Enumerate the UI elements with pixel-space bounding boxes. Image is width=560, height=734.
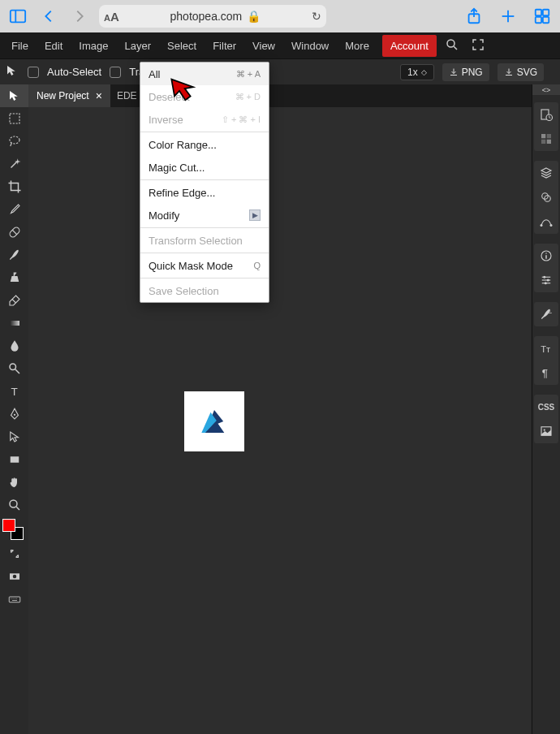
tab-secondary[interactable]: EDE (110, 84, 144, 107)
dodge-tool[interactable] (0, 357, 28, 380)
transform-checkbox[interactable] (110, 67, 121, 78)
move-cursor-icon (5, 63, 19, 80)
keyboard-icon[interactable] (0, 588, 28, 611)
tool-palette: T (0, 84, 28, 734)
menu-edit[interactable]: Edit (37, 34, 71, 58)
svg-point-50 (543, 276, 545, 278)
menu-filter[interactable]: Filter (205, 34, 244, 58)
swap-colors-icon[interactable] (0, 542, 28, 565)
type-tool[interactable]: T (0, 380, 28, 403)
dropdown-quick-mask[interactable]: Quick Mask ModeQ (140, 254, 269, 277)
marquee-tool[interactable] (0, 107, 28, 130)
dropdown-all[interactable]: All⌘ + A (140, 63, 269, 85)
svg-text:Tт: Tт (541, 344, 550, 354)
canvas-document[interactable] (184, 391, 244, 451)
pen-tool[interactable] (0, 403, 28, 425)
brush-tool[interactable] (0, 244, 28, 266)
css-panel-icon[interactable]: CSS (534, 395, 558, 419)
svg-point-10 (447, 40, 454, 47)
back-button[interactable] (37, 5, 60, 28)
menu-account[interactable]: Account (382, 35, 437, 57)
tabs-overview-icon[interactable] (531, 5, 554, 28)
menu-window[interactable]: Window (283, 34, 337, 58)
svg-point-51 (547, 279, 549, 282)
menu-file[interactable]: File (3, 34, 37, 58)
svg-line-11 (454, 46, 457, 50)
search-icon[interactable] (445, 37, 459, 54)
layers-panel-icon[interactable] (534, 161, 558, 185)
magic-wand-tool[interactable] (0, 153, 28, 175)
svg-point-27 (12, 575, 16, 579)
gradient-tool[interactable] (0, 312, 28, 335)
dropdown-refine-edge[interactable]: Refine Edge... (140, 181, 269, 204)
svg-line-14 (11, 162, 17, 168)
eraser-tool[interactable] (0, 289, 28, 312)
history-panel-icon[interactable] (534, 102, 558, 127)
address-bar[interactable]: AA photopea.com 🔒 ↻ (99, 5, 326, 28)
hand-tool[interactable] (0, 471, 28, 494)
adjust-panel-icon[interactable] (534, 268, 558, 292)
svg-point-24 (10, 500, 17, 507)
new-tab-icon[interactable] (497, 5, 519, 28)
canvas-area[interactable]: New Project × EDE (28, 84, 532, 734)
fullscreen-icon[interactable] (471, 37, 485, 54)
menu-more[interactable]: More (337, 34, 377, 58)
image-asset-panel-icon[interactable] (534, 419, 558, 443)
svg-line-20 (15, 369, 19, 373)
move-tool[interactable] (0, 84, 28, 107)
svg-rect-38 (541, 140, 545, 144)
character-panel-icon[interactable]: Tт (534, 336, 558, 361)
close-tab-icon[interactable]: × (96, 89, 102, 102)
svg-rect-18 (10, 321, 19, 326)
tab-new-project[interactable]: New Project × (28, 84, 110, 107)
dropdown-color-range[interactable]: Color Range... (140, 133, 269, 156)
svg-rect-23 (10, 456, 19, 463)
quick-mask-icon[interactable] (0, 565, 28, 588)
sidebar-toggle-icon[interactable] (6, 5, 29, 28)
eyedropper-tool[interactable] (0, 198, 28, 221)
url-text: photopea.com (170, 10, 243, 23)
brush-panel-icon[interactable] (534, 302, 558, 326)
svg-point-52 (545, 282, 547, 284)
lasso-tool[interactable] (0, 130, 28, 153)
info-panel-icon[interactable] (534, 244, 558, 268)
menu-layer[interactable]: Layer (117, 34, 160, 58)
menu-view[interactable]: View (244, 34, 283, 58)
dropdown-modify[interactable]: Modify ▶ (140, 204, 269, 227)
zoom-dropdown[interactable]: 1x◇ (400, 64, 434, 80)
shape-tool[interactable] (0, 448, 28, 471)
clone-stamp-tool[interactable] (0, 266, 28, 289)
export-svg-button[interactable]: SVG (498, 63, 544, 81)
swatches-panel-icon[interactable] (534, 127, 558, 151)
code-view-toggle[interactable]: <> (532, 84, 560, 95)
export-png-button[interactable]: PNG (442, 63, 489, 81)
reader-icon[interactable]: AA (104, 10, 119, 24)
workspace: T New Project × EDE (0, 84, 560, 734)
dropdown-magic-cut[interactable]: Magic Cut... (140, 156, 269, 179)
svg-line-25 (16, 507, 19, 510)
auto-select-label: Auto-Select (47, 66, 101, 78)
menu-select[interactable]: Select (159, 34, 205, 58)
crop-tool[interactable] (0, 175, 28, 198)
safari-toolbar: AA photopea.com 🔒 ↻ (0, 0, 560, 32)
forward-button (68, 5, 91, 28)
healing-tool[interactable] (0, 221, 28, 244)
menu-image[interactable]: Image (71, 34, 116, 58)
auto-select-checkbox[interactable] (28, 67, 39, 78)
document-logo-icon (192, 399, 237, 444)
channels-panel-icon[interactable] (534, 185, 558, 209)
reload-button[interactable]: ↻ (312, 10, 321, 23)
share-icon[interactable] (463, 5, 485, 28)
svg-line-16 (12, 230, 17, 235)
zoom-tool[interactable] (0, 494, 28, 516)
svg-rect-36 (541, 134, 545, 138)
tab-label: EDE (117, 90, 137, 101)
blur-tool[interactable] (0, 335, 28, 357)
path-select-tool[interactable] (0, 425, 28, 448)
dropdown-inverse: Inverse⇧ + ⌘ + I (140, 108, 269, 131)
svg-rect-7 (543, 10, 549, 15)
paragraph-panel-icon[interactable]: ¶ (534, 361, 558, 385)
color-swatches[interactable] (0, 516, 28, 542)
submenu-arrow-icon: ▶ (249, 209, 261, 221)
paths-panel-icon[interactable] (534, 209, 558, 234)
